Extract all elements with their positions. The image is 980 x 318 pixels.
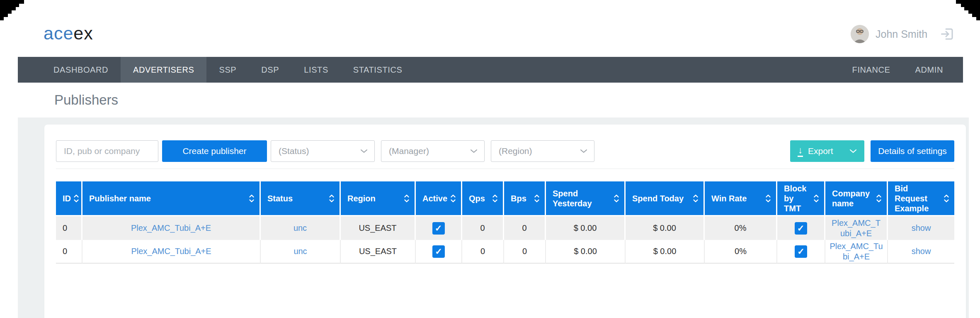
active-checkbox[interactable]: ✓ — [432, 222, 445, 235]
sort-icon — [944, 194, 949, 203]
logo-part-dark: ex — [73, 23, 93, 43]
status-select-value: (Status) — [279, 146, 309, 156]
block-by-tmt-checkbox[interactable]: ✓ — [795, 245, 807, 258]
col-header-active[interactable]: Active — [416, 181, 462, 216]
cell-active: ✓ — [416, 216, 462, 240]
search-input[interactable] — [56, 140, 158, 162]
export-label: Export — [808, 146, 833, 156]
nav-right-group: FINANCE ADMIN — [840, 57, 956, 83]
cell-bps: 0 — [504, 216, 546, 240]
cell-win-rate: 0% — [705, 216, 777, 240]
nav-item-dashboard[interactable]: DASHBOARD — [41, 57, 121, 83]
logout-icon[interactable] — [940, 27, 955, 42]
show-bid-request-link[interactable]: show — [912, 247, 931, 256]
col-header-block-by-tmt[interactable]: Block by TMT — [777, 181, 825, 216]
cell-company-name: Plex_AMC_Tubi_A+E — [825, 240, 888, 264]
cell-region: US_EAST — [341, 216, 416, 240]
nav-spacer — [415, 57, 839, 83]
sort-icon — [492, 194, 498, 203]
col-header-company-name[interactable]: Company name — [825, 181, 888, 216]
cell-id: 0 — [56, 216, 82, 240]
region-select[interactable]: (Region) — [491, 140, 594, 162]
brand-logo[interactable]: aceex — [44, 23, 93, 44]
torn-corner-left — [0, 0, 29, 25]
table-row: 0 Plex_AMC_Tubi_A+E unc US_EAST ✓ 0 0 $ … — [56, 216, 954, 240]
publisher-link[interactable]: Plex_AMC_Tubi_A+E — [131, 247, 211, 256]
cell-status: unc — [261, 240, 341, 264]
sort-icon — [614, 194, 619, 203]
nav-item-lists[interactable]: LISTS — [291, 57, 341, 83]
nav-item-ssp[interactable]: SSP — [206, 57, 249, 83]
col-header-status[interactable]: Status — [261, 181, 341, 216]
sort-icon — [765, 194, 771, 203]
export-label-group: ↓ Export — [798, 146, 833, 157]
cell-spend-today: $ 0.00 — [626, 216, 705, 240]
cell-publisher-name: Plex_AMC_Tubi_A+E — [82, 240, 261, 264]
publishers-table: ID Publisher name Status Region Active Q… — [56, 181, 954, 264]
sort-icon — [450, 194, 456, 203]
details-of-settings-button[interactable]: Details of settings — [871, 140, 954, 162]
status-link[interactable]: unc — [294, 223, 307, 232]
app-header: aceex John Smith — [0, 0, 980, 57]
main-nav: DASHBOARD ADVERTISERS SSP DSP LISTS STAT… — [18, 57, 963, 83]
nav-item-advertisers[interactable]: ADVERTISERS — [121, 57, 206, 83]
table-header-row: ID Publisher name Status Region Active Q… — [56, 181, 954, 216]
col-header-spend-today[interactable]: Spend Today — [626, 181, 705, 216]
sort-icon — [693, 194, 699, 203]
region-select-value: (Region) — [499, 146, 532, 156]
cell-region: US_EAST — [341, 240, 416, 264]
cell-bps: 0 — [504, 240, 546, 264]
avatar-photo — [851, 25, 869, 43]
publisher-link[interactable]: Plex_AMC_Tubi_A+E — [131, 223, 211, 232]
export-button[interactable]: ↓ Export — [790, 140, 864, 162]
cell-company-name: Plex_AMC_Tubi_A+E — [825, 216, 888, 240]
show-bid-request-link[interactable]: show — [912, 223, 931, 232]
cell-spend-yesterday: $ 0.00 — [546, 240, 626, 264]
col-header-win-rate[interactable]: Win Rate — [705, 181, 777, 216]
cell-spend-today: $ 0.00 — [626, 240, 705, 264]
chevron-down-icon — [470, 149, 478, 154]
cell-block-by-tmt: ✓ — [777, 240, 825, 264]
publishers-card: Create publisher (Status) (Manager) (Reg… — [44, 125, 966, 318]
cell-bid-request: show — [888, 216, 954, 240]
cell-active: ✓ — [416, 240, 462, 264]
nav-item-statistics[interactable]: STATISTICS — [341, 57, 415, 83]
col-header-bid-request-example[interactable]: Bid Request Example — [888, 181, 954, 216]
company-link[interactable]: Plex_AMC_Tubi_A+E — [830, 242, 883, 261]
cell-qps: 0 — [462, 240, 504, 264]
chevron-down-icon — [849, 149, 857, 154]
col-header-region[interactable]: Region — [341, 181, 416, 216]
sort-icon — [329, 194, 335, 203]
page-title: Publishers — [54, 92, 118, 108]
table-row: 0 Plex_AMC_Tubi_A+E unc US_EAST ✓ 0 0 $ … — [56, 240, 954, 264]
company-link[interactable]: Plex_AMC_Tubi_A+E — [832, 218, 881, 238]
active-checkbox[interactable]: ✓ — [432, 245, 445, 258]
status-select[interactable]: (Status) — [271, 140, 375, 162]
col-header-bps[interactable]: Bps — [504, 181, 546, 216]
block-by-tmt-checkbox[interactable]: ✓ — [795, 222, 807, 235]
nav-item-admin[interactable]: ADMIN — [903, 57, 956, 83]
nav-item-dsp[interactable]: DSP — [249, 57, 291, 83]
toolbar-divider — [56, 169, 954, 169]
avatar[interactable] — [851, 25, 869, 43]
cell-block-by-tmt: ✓ — [777, 216, 825, 240]
cell-status: unc — [261, 216, 341, 240]
cell-win-rate: 0% — [705, 240, 777, 264]
user-block: John Smith — [851, 25, 955, 43]
col-header-id[interactable]: ID — [56, 181, 82, 216]
sort-icon — [404, 194, 410, 203]
col-header-qps[interactable]: Qps — [462, 181, 504, 216]
create-publisher-button[interactable]: Create publisher — [162, 140, 267, 162]
cell-qps: 0 — [462, 216, 504, 240]
torn-corner-right — [951, 0, 980, 26]
cell-publisher-name: Plex_AMC_Tubi_A+E — [82, 216, 261, 240]
status-link[interactable]: unc — [294, 247, 307, 256]
col-header-spend-yesterday[interactable]: Spend Yesterday — [546, 181, 626, 216]
nav-item-finance[interactable]: FINANCE — [840, 57, 903, 83]
sort-icon — [73, 194, 79, 203]
manager-select[interactable]: (Manager) — [381, 140, 485, 162]
filter-toolbar: Create publisher (Status) (Manager) (Reg… — [56, 140, 954, 162]
cell-spend-yesterday: $ 0.00 — [546, 216, 626, 240]
chevron-down-icon — [360, 149, 368, 154]
col-header-publisher-name[interactable]: Publisher name — [82, 181, 261, 216]
